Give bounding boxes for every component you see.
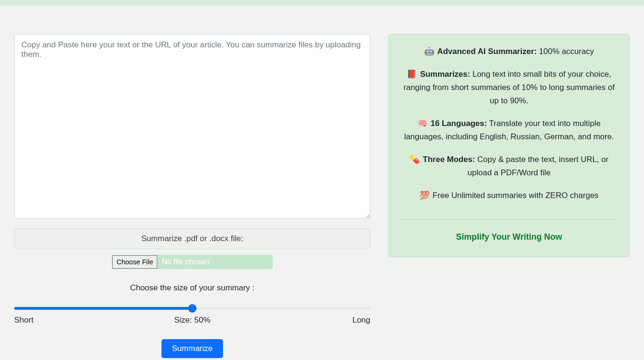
promo-bold: Summarizes: [420,70,470,79]
promo-bold: 16 Languages: [430,119,487,128]
main-container: Summarize .pdf or .docx file: Choose Fil… [0,6,644,360]
summarize-button[interactable]: Summarize [161,339,223,358]
slider-labels: Short Size: 50% Long [14,310,370,325]
summary-size-prompt: Choose the size of your summary : [14,283,370,293]
simplify-writing-link[interactable]: Simplify Your Writing Now [399,230,619,244]
promo-item-summarizes: 📕 Summarizes: Long text into small bits … [399,68,619,108]
book-icon: 📕 [407,68,417,81]
promo-rest: 100% accuracy [537,47,594,56]
promo-item-free: 💯 Free Unlimited summaries with ZERO cha… [399,189,619,202]
hundred-icon: 💯 [420,189,429,202]
right-column: 🤖 Advanced AI Summarizer: 100% accuracy … [388,34,630,257]
summarize-button-row: Summarize [14,339,370,358]
pill-icon: 💊 [410,153,420,166]
slider-label-size: Size: 50% [174,315,211,325]
promo-divider [399,219,619,220]
brain-icon: 🧠 [418,117,428,130]
choose-file-button[interactable]: Choose File [112,255,157,269]
top-accent-bar [0,0,644,6]
file-section-label: Summarize .pdf or .docx file: [14,228,370,249]
promo-item-ai: 🤖 Advanced AI Summarizer: 100% accuracy [399,45,619,58]
promo-item-modes: 💊 Three Modes: Copy & paste the text, in… [399,153,619,180]
promo-box: 🤖 Advanced AI Summarizer: 100% accuracy … [388,34,630,257]
source-text-input[interactable] [14,34,370,219]
slider-label-short: Short [14,315,34,325]
promo-rest: Copy & paste the text, insert URL, or up… [467,155,608,177]
promo-bold: Three Modes: [423,155,475,164]
robot-icon: 🤖 [424,45,434,58]
promo-item-languages: 🧠 16 Languages: Translate your text into… [399,117,619,144]
promo-rest: Free Unlimited summaries with ZERO charg… [430,191,599,200]
file-chooser-row: Choose File No file chosen [14,255,370,269]
no-file-chosen-text: No file chosen [158,256,213,268]
slider-label-long: Long [352,315,370,325]
promo-bold: Advanced AI Summarizer: [437,47,537,56]
file-chooser[interactable]: Choose File No file chosen [112,255,273,269]
left-column: Summarize .pdf or .docx file: Choose Fil… [14,34,370,358]
